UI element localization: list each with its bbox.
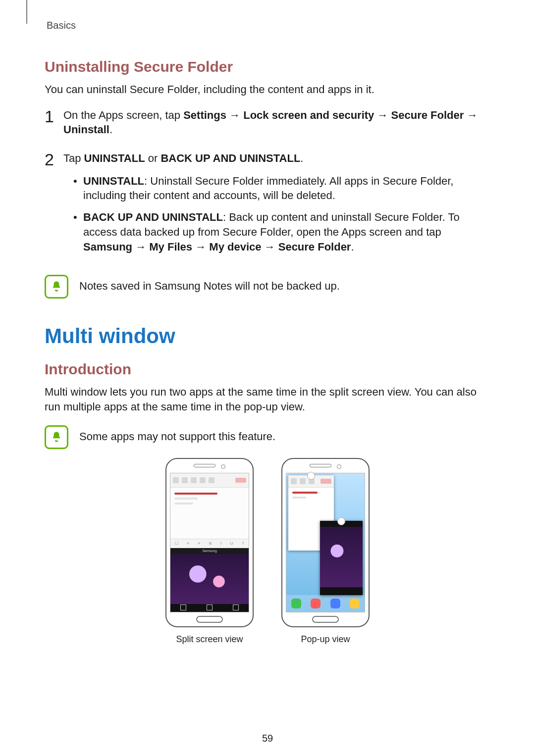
step2-option-uninstall: UNINSTALL: Uninstall Secure Folder immed… <box>73 174 490 203</box>
note-samsung-notes: Notes saved in Samsung Notes will not be… <box>45 275 490 299</box>
note-unsupported: Some apps may not support this feature. <box>45 425 490 449</box>
step-1-text: On the Apps screen, tap Settings → Lock … <box>63 108 490 137</box>
bell-icon <box>45 425 68 449</box>
step-1: 1 On the Apps screen, tap Settings → Loc… <box>45 108 490 137</box>
step-2: 2 Tap UNINSTALL or BACK UP AND UNINSTALL… <box>45 151 490 261</box>
bell-icon <box>45 275 68 299</box>
figure-popup-view: Pop-up view <box>281 458 370 645</box>
caption-popup: Pop-up view <box>281 634 370 645</box>
note-text: Some apps may not support this feature. <box>79 425 275 444</box>
note-text: Notes saved in Samsung Notes will not be… <box>79 275 340 294</box>
running-header: Basics <box>47 20 490 31</box>
step-2-text: Tap UNINSTALL or BACK UP AND UNINSTALL. … <box>63 151 490 261</box>
figure-split-screen: ☐≡≡BIUT Samsung Split screen view <box>165 458 254 645</box>
page-number: 59 <box>0 733 535 744</box>
heading-introduction: Introduction <box>45 361 490 378</box>
heading-uninstall: Uninstalling Secure Folder <box>45 58 490 75</box>
heading-multiwindow: Multi window <box>45 324 490 348</box>
step-number: 2 <box>45 151 63 261</box>
step2-option-backup: BACK UP AND UNINSTALL: Back up content a… <box>73 210 490 254</box>
step-number: 1 <box>45 108 63 137</box>
phone-mockup <box>281 458 370 627</box>
caption-split: Split screen view <box>165 634 254 645</box>
multiwindow-body: Multi window lets you run two apps at th… <box>45 385 490 414</box>
uninstall-intro: You can uninstall Secure Folder, includi… <box>45 82 490 97</box>
margin-rule <box>26 0 27 24</box>
phone-mockup: ☐≡≡BIUT Samsung <box>165 458 254 627</box>
